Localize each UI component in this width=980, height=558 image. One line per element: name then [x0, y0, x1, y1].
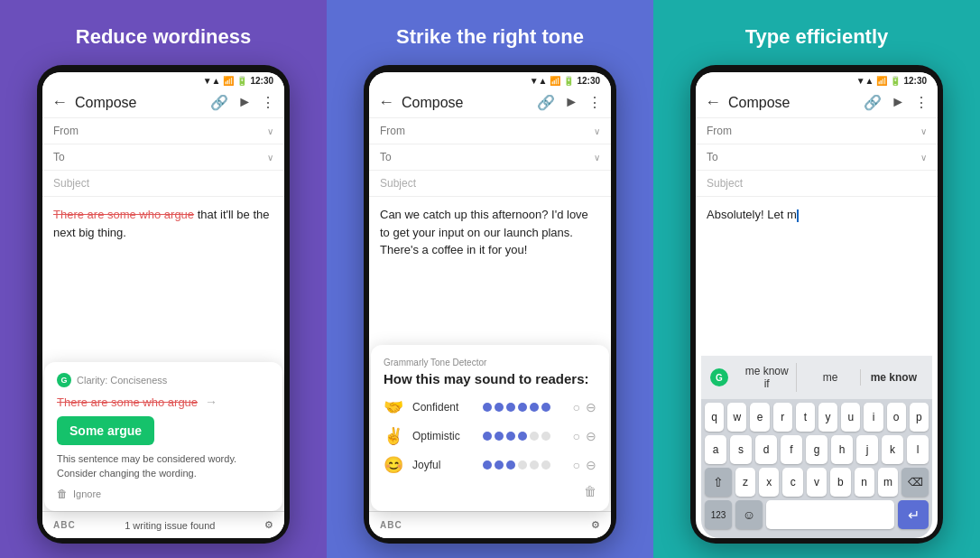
send-icon-2[interactable]: ►: [564, 94, 578, 111]
minus-icon-2[interactable]: ⊖: [586, 429, 596, 443]
status-bar-2: ▼▲ 📶 🔋 12:30: [369, 72, 611, 88]
to-field-1[interactable]: To ∨: [42, 144, 284, 171]
check-icon-1[interactable]: ○: [573, 400, 580, 414]
to-field-3[interactable]: To ∨: [696, 144, 938, 171]
attach-icon-2[interactable]: 🔗: [537, 94, 555, 111]
key-p[interactable]: p: [910, 403, 929, 432]
key-m[interactable]: m: [878, 468, 898, 497]
to-field-2[interactable]: To ∨: [369, 144, 611, 171]
time-display: 12:30: [250, 76, 273, 86]
key-k[interactable]: k: [882, 435, 903, 464]
key-x[interactable]: x: [759, 468, 779, 497]
back-icon-3[interactable]: ←: [705, 93, 721, 112]
key-l[interactable]: l: [907, 435, 929, 464]
panel-type-efficiently: Type efficiently ▼▲ 📶 🔋 12:30 ← Compose …: [653, 0, 980, 558]
key-o[interactable]: o: [887, 403, 906, 432]
dot: [541, 403, 550, 412]
key-c[interactable]: c: [782, 468, 802, 497]
key-q[interactable]: q: [705, 403, 724, 432]
dot: [506, 432, 515, 441]
card-badge-1: Clarity: Conciseness: [77, 375, 167, 386]
highlighted-text-1: There are some who argue: [53, 208, 194, 221]
dot: [518, 432, 527, 441]
trash-icon-1[interactable]: 🗑: [57, 488, 68, 500]
minus-icon-3[interactable]: ⊖: [586, 458, 596, 472]
dot: [530, 432, 539, 441]
settings-icon-2[interactable]: ⚙: [591, 519, 600, 531]
key-enter[interactable]: ↵: [898, 500, 929, 529]
key-h[interactable]: h: [831, 435, 853, 464]
from-chevron-2: ∨: [594, 126, 600, 136]
key-g[interactable]: g: [806, 435, 827, 464]
subject-label-2: Subject: [380, 177, 416, 190]
send-icon-3[interactable]: ►: [891, 94, 905, 111]
back-icon-1[interactable]: ←: [51, 93, 68, 112]
autocomplete-item-3[interactable]: me know: [864, 369, 923, 386]
key-backspace[interactable]: ⌫: [901, 468, 929, 497]
settings-icon-1[interactable]: ⚙: [264, 519, 273, 531]
check-icon-3[interactable]: ○: [573, 458, 580, 472]
key-s[interactable]: s: [730, 435, 752, 464]
suggestion-button-1[interactable]: Some argue: [57, 416, 154, 445]
key-i[interactable]: i: [864, 403, 883, 432]
strikethrough-row-1: There are some who argue →: [57, 395, 270, 409]
key-y[interactable]: y: [818, 403, 837, 432]
autocomplete-item-1[interactable]: me know if: [737, 363, 797, 392]
status-bar-1: ▼▲ 📶 🔋 12:30: [42, 72, 284, 88]
card-footer-1: 🗑 Ignore: [57, 488, 270, 500]
back-icon-2[interactable]: ←: [378, 93, 394, 112]
wifi-icon-3: ▼▲: [856, 76, 874, 86]
key-shift[interactable]: ⇧: [705, 468, 732, 497]
attach-icon-3[interactable]: 🔗: [864, 94, 882, 111]
key-numbers[interactable]: 123: [705, 500, 732, 529]
key-u[interactable]: u: [841, 403, 860, 432]
key-space[interactable]: [766, 500, 894, 529]
key-emoji[interactable]: ☺: [735, 500, 763, 529]
more-icon-1[interactable]: ⋮: [261, 94, 275, 111]
key-b[interactable]: b: [830, 468, 850, 497]
dot: [530, 403, 539, 412]
from-field-2[interactable]: From ∨: [369, 118, 611, 144]
subject-field-3[interactable]: Subject: [696, 171, 938, 197]
compose-title-2: Compose: [402, 95, 537, 111]
joyful-label: Joyful: [412, 459, 476, 471]
tone-row-confident: 🤝 Confident ○ ⊖: [384, 397, 596, 417]
key-n[interactable]: n: [855, 468, 874, 497]
dot: [495, 403, 504, 412]
send-icon-1[interactable]: ►: [237, 94, 252, 111]
status-icons-2: ▼▲ 📶 🔋 12:30: [530, 76, 600, 86]
status-icons-3: ▼▲ 📶 🔋 12:30: [856, 76, 927, 86]
minus-icon-1[interactable]: ⊖: [586, 400, 596, 414]
key-j[interactable]: j: [856, 435, 878, 464]
from-field-3[interactable]: From ∨: [696, 118, 938, 144]
more-icon-2[interactable]: ⋮: [587, 94, 602, 111]
autocomplete-item-2[interactable]: me: [800, 369, 860, 386]
from-field-1[interactable]: From ∨: [42, 118, 284, 144]
strikethrough-text-1: There are some who argue: [57, 395, 198, 409]
subject-field-1[interactable]: Subject: [42, 171, 284, 197]
dot: [483, 432, 492, 441]
key-d[interactable]: d: [755, 435, 777, 464]
key-w[interactable]: w: [727, 403, 746, 432]
key-t[interactable]: t: [796, 403, 815, 432]
key-a[interactable]: a: [705, 435, 726, 464]
trash-icon-2[interactable]: 🗑: [584, 484, 596, 498]
subject-field-2[interactable]: Subject: [369, 171, 611, 197]
grammarly-card-1: G Clarity: Conciseness There are some wh…: [44, 362, 282, 511]
check-icon-2[interactable]: ○: [573, 429, 580, 443]
ignore-label-1[interactable]: Ignore: [73, 488, 101, 499]
keyboard-container-3: G me know if me me know q w e r t y: [701, 356, 932, 538]
key-e[interactable]: e: [750, 403, 769, 432]
attach-icon-1[interactable]: 🔗: [210, 94, 228, 111]
key-v[interactable]: v: [807, 468, 827, 497]
key-r[interactable]: r: [773, 403, 792, 432]
optimistic-emoji: ✌️: [384, 426, 405, 446]
key-z[interactable]: z: [735, 468, 755, 497]
joyful-dots: [483, 460, 566, 470]
writing-issue-1: 1 writing issue found: [125, 520, 215, 531]
phone-screen-1: ▼▲ 📶 🔋 12:30 ← Compose 🔗 ► ⋮ From: [42, 72, 284, 538]
dot: [530, 460, 539, 470]
key-f[interactable]: f: [781, 435, 802, 464]
card-header-1: G Clarity: Conciseness: [57, 373, 270, 387]
more-icon-3[interactable]: ⋮: [914, 94, 929, 111]
